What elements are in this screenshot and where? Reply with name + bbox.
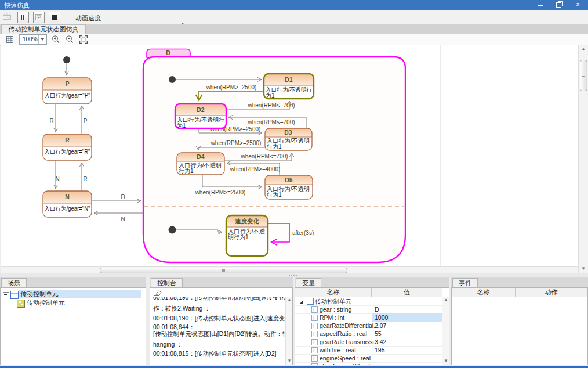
events-panel: 事件 名称 动作 [451, 277, 588, 365]
stop-button[interactable] [49, 12, 60, 23]
state-d5[interactable]: D5 入口行为/不透明 行为1 [265, 175, 313, 199]
tab-variables[interactable]: 变量 [296, 278, 321, 287]
tab-console[interactable]: 控制台 [151, 278, 183, 287]
state-d3[interactable]: D3 入口行为/不透明 行为1 [265, 128, 312, 150]
column-header-value[interactable]: 值 [372, 288, 442, 297]
svg-text:when(RPM<=700): when(RPM<=700) [240, 153, 288, 160]
scroll-down-icon[interactable]: ▼ [581, 266, 586, 271]
column-header-name[interactable]: 名称 [452, 288, 516, 297]
svg-text:D3: D3 [284, 129, 292, 136]
svg-text:when(RPM>=2500): when(RPM>=2500) [195, 189, 246, 196]
zoom-out-button[interactable] [65, 35, 74, 46]
pause-icon [21, 15, 22, 20]
close-button[interactable]: × [571, 0, 588, 10]
variable-row[interactable]: withTire : real 195 [295, 346, 442, 355]
fit-to-window-icon [79, 35, 88, 44]
clear-console-icon[interactable] [154, 289, 162, 297]
restore-icon [556, 2, 561, 8]
svg-text:为1: 为1 [266, 92, 275, 99]
variable-row[interactable]: circuferenceWheel :... [295, 362, 442, 365]
chevron-down-icon[interactable] [38, 35, 46, 44]
zoom-level-combobox[interactable]: 100% [19, 34, 47, 45]
splitter-grip [289, 275, 290, 276]
variable-row[interactable]: engineSpeed : real [295, 354, 442, 363]
svg-text:when(RPM<=700): when(RPM<=700) [247, 119, 295, 125]
state-n[interactable]: N 入口行为/gear="N" [43, 191, 92, 217]
svg-text:D4: D4 [197, 153, 205, 160]
fit-to-window-button[interactable] [79, 35, 88, 46]
canvas-toolbar: 100% [0, 34, 588, 46]
column-header-action[interactable]: 动作 [516, 288, 587, 297]
console-line: hanging ； [153, 341, 183, 349]
vertical-scroll-thumb[interactable] [580, 60, 587, 91]
svg-text:when(RPM>=4000): when(RPM>=4000) [230, 166, 281, 172]
state-d1[interactable]: D1 入口行为/不透明行 为1 [264, 74, 314, 99]
scroll-up-icon[interactable]: ▲ [444, 298, 448, 302]
scroll-down-icon[interactable]: ▼ [287, 359, 292, 363]
svg-text:D5: D5 [285, 176, 293, 183]
variable-row[interactable]: gearRateTransmissi... 3.42 [295, 338, 442, 347]
variables-root-row[interactable]: 传动控制单元 [295, 297, 442, 306]
svg-text:D: D [121, 194, 125, 200]
state-speed-change[interactable]: 速度变化 入口行为/不透 明行为1 [226, 215, 268, 256]
state-d2[interactable]: D2 入口行为/不透明行 为1 [175, 104, 226, 129]
variable-row[interactable]: gear : string D [295, 305, 442, 314]
animation-speed-label: 动画速度 [75, 14, 101, 23]
scene-root-node[interactable]: 传动控制单元 [19, 290, 141, 298]
stop-icon [52, 15, 57, 20]
state-d4[interactable]: D4 入口行为/不透明 行为1 [177, 153, 224, 175]
variables-tab-strip: 变量 [295, 277, 449, 287]
console-line: 00:01:08,190：[传动控制单元状态图]进入[速度变化] [153, 315, 293, 323]
console-line-clipped: 00:01:08,190：[传动控制单元状态图]由[速度变化]向[速度变化]转换… [153, 297, 285, 302]
svg-text:R: R [49, 118, 53, 124]
title-bar: 快速仿真 × [0, 0, 588, 10]
horizontal-splitter[interactable] [0, 273, 588, 277]
variables-table[interactable]: 名称 值 传动控制单元 gear : string D RPM : int 10… [295, 287, 449, 365]
pause-button[interactable] [17, 12, 29, 23]
variable-row-selected[interactable]: RPM : int 1000 [295, 313, 442, 322]
initial-node-main[interactable] [63, 56, 70, 63]
tab-events[interactable]: 事件 [452, 278, 478, 287]
tab-statechart-simulation[interactable]: 传动控制单元状态图仿真 [1, 24, 86, 34]
svg-text:P: P [84, 118, 88, 124]
canvas-vertical-scrollbar[interactable]: ▲ ▼ [578, 45, 588, 273]
scroll-down-icon[interactable]: ▼ [444, 359, 448, 363]
grid-button[interactable] [6, 35, 14, 46]
console-scrollbar[interactable]: ▲ ▼ [285, 297, 292, 365]
initial-node-region1[interactable] [169, 76, 176, 83]
minimize-button[interactable] [530, 0, 547, 10]
bottom-accent-strip [0, 366, 588, 368]
scene-child-node[interactable]: 传动控制单元 [26, 299, 66, 306]
variables-scrollbar[interactable]: ▲ ▼ [442, 297, 449, 365]
tree-expand-icon[interactable] [300, 300, 303, 304]
svg-text:为1: 为1 [177, 122, 186, 129]
run-button[interactable] [2, 12, 13, 21]
scene-tree[interactable]: 传动控制单元 传动控制单元 [0, 287, 146, 365]
svg-text:行为1: 行为1 [267, 143, 282, 150]
scroll-up-icon[interactable]: ▲ [287, 298, 292, 302]
initial-node-region2[interactable] [169, 226, 176, 234]
tab-scene[interactable]: 场景 [1, 278, 27, 287]
simulation-toolbar: 动画速度 [0, 10, 588, 25]
diagram-canvas[interactable]: D R P N R D N when(RPM>=2500) when(RPM< [1, 45, 578, 266]
state-d-title: D [166, 49, 170, 56]
step-button[interactable] [33, 12, 45, 23]
console-tab-strip: 控制台 [150, 277, 293, 287]
svg-text:R: R [83, 176, 87, 182]
block-icon [307, 298, 314, 305]
state-r[interactable]: R 入口行为/gear="R" [43, 134, 92, 160]
variable-row[interactable]: gearRateDifferential... 2.07 [295, 322, 442, 330]
scroll-up-icon[interactable]: ▲ [581, 47, 586, 52]
variables-panel: 变量 名称 值 传动控制单元 gear : string D RPM : int… [295, 277, 449, 365]
svg-text:after(3s): after(3s) [292, 230, 314, 236]
console-body[interactable]: 00:01:08,190：[传动控制单元状态图]由[速度变化]向[速度变化]转换… [150, 287, 293, 365]
zoom-in-button[interactable] [51, 35, 60, 46]
tree-collapse-icon[interactable] [3, 292, 9, 298]
events-table[interactable]: 名称 动作 [451, 287, 588, 365]
console-line: [传动控制单元状态图]由[D1]向[D2]转换。动作：转换2.C [153, 330, 293, 338]
restore-button[interactable] [550, 0, 567, 10]
column-header-name[interactable]: 名称 [295, 288, 372, 297]
variable-row[interactable]: aspectRatio : real 55 [295, 330, 442, 338]
svg-text:N: N [65, 193, 70, 200]
state-p[interactable]: P 入口行为/gear="P" [43, 78, 92, 104]
